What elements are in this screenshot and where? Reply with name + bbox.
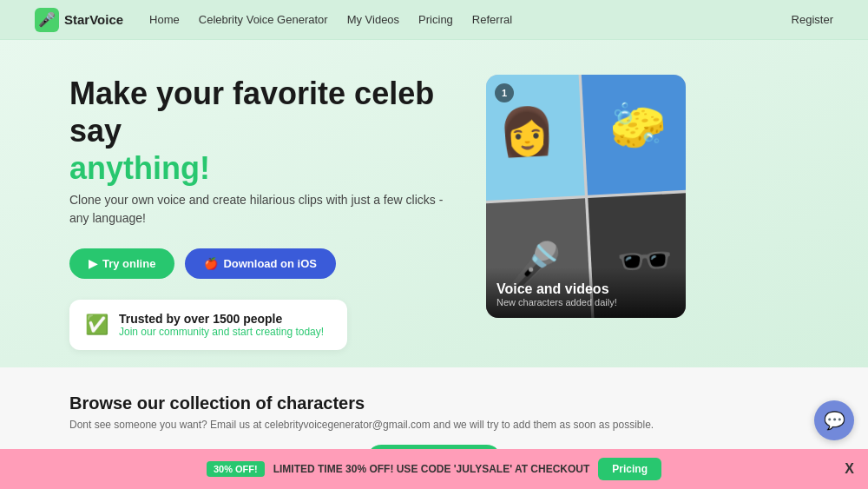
browse-subtitle: Dont see someone you want? Email us at c…	[69, 419, 799, 431]
collage-title: Voice and videos	[496, 281, 675, 297]
trust-box: ✅ Trusted by over 1500 people Join our c…	[69, 300, 347, 350]
trust-sub: Join our community and start creating to…	[119, 326, 324, 338]
hero-subtitle: Clone your own voice and create hilariou…	[69, 191, 451, 228]
register-button[interactable]: Register	[792, 13, 833, 26]
play-icon: ▶	[89, 257, 97, 270]
celeb-emoji-spongebob: 🧽	[581, 75, 686, 195]
apple-icon: 🍎	[204, 257, 218, 270]
hero-section: Make your favorite celeb say anything! C…	[0, 40, 868, 367]
hero-title-green: anything!	[69, 150, 210, 186]
logo-icon: 🎤	[35, 8, 59, 32]
nav-videos[interactable]: My Videos	[347, 13, 399, 26]
promo-pricing-button[interactable]: Pricing	[598, 458, 661, 480]
nav-home[interactable]: Home	[149, 13, 180, 26]
hero-title-text: Make your favorite celeb say	[69, 76, 434, 149]
page-number: 1	[495, 83, 514, 102]
checkmark-icon: ✅	[85, 314, 108, 336]
promo-close-button[interactable]: X	[845, 461, 854, 477]
logo-area[interactable]: 🎤 StarVoice	[35, 8, 123, 32]
discord-fab[interactable]: 💬	[814, 400, 854, 440]
nav-celeb[interactable]: Celebrity Voice Generator	[199, 13, 328, 26]
brand-name: StarVoice	[64, 12, 123, 27]
trust-content: Trusted by over 1500 people Join our com…	[119, 312, 324, 338]
collage-overlay: Voice and videos New characters added da…	[486, 268, 686, 318]
download-ios-button[interactable]: 🍎 Download on iOS	[185, 248, 336, 279]
promo-badge: 30% OFF!	[207, 461, 265, 477]
nav-pricing[interactable]: Pricing	[418, 13, 453, 26]
nav-links: Home Celebrity Voice Generator My Videos…	[149, 13, 791, 26]
collage-container: 👩 🧽 🎤 🕶️ 1 Voice and videos New characte…	[486, 75, 686, 318]
nav-referral[interactable]: Referral	[472, 13, 512, 26]
browse-title: Browse our collection of characters	[69, 393, 799, 413]
collage-sub: New characters added daily!	[496, 297, 675, 307]
try-online-button[interactable]: ▶ Try online	[69, 248, 174, 279]
hero-title: Make your favorite celeb say anything!	[69, 75, 451, 188]
collage-cell-2: 🧽	[581, 75, 686, 195]
try-online-label: Try online	[102, 257, 155, 270]
discord-icon: 💬	[824, 410, 845, 431]
download-ios-label: Download on iOS	[223, 257, 317, 270]
navbar: 🎤 StarVoice Home Celebrity Voice Generat…	[0, 0, 868, 40]
trust-title: Trusted by over 1500 people	[119, 312, 324, 326]
hero-buttons: ▶ Try online 🍎 Download on iOS	[69, 248, 451, 279]
promo-text: LIMITED TIME 30% OFF! USE CODE 'JULYSALE…	[273, 463, 590, 475]
promo-banner: 30% OFF! LIMITED TIME 30% OFF! USE CODE …	[0, 449, 868, 489]
hero-left: Make your favorite celeb say anything! C…	[69, 75, 451, 350]
hero-right: 👩 🧽 🎤 🕶️ 1 Voice and videos New characte…	[486, 75, 686, 318]
